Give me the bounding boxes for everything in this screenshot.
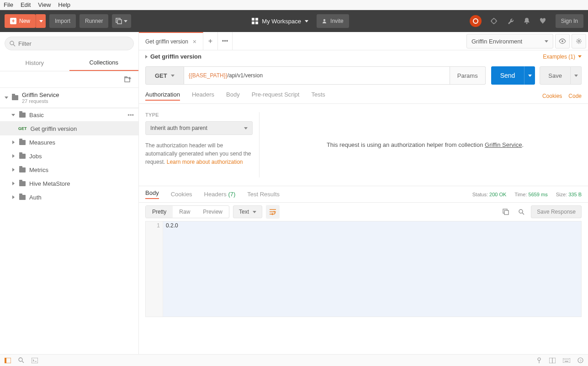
time-value: 5659 ms: [529, 192, 548, 197]
capture-icon[interactable]: [490, 17, 498, 25]
reqtab-prerequest[interactable]: Pre-request Script: [252, 91, 300, 101]
save-button[interactable]: Save: [540, 66, 571, 85]
wrap-lines-button[interactable]: [266, 205, 280, 219]
resptab-headers[interactable]: Headers (7): [204, 191, 236, 198]
response-body: 1 0.2.0: [145, 221, 582, 317]
env-settings-button[interactable]: [572, 34, 586, 48]
request-get-griffin-version[interactable]: GET Get griffin version: [0, 122, 138, 135]
auth-helper-pre: This request is using an authorization h…: [327, 141, 485, 148]
format-label: Text: [239, 209, 249, 215]
folder-auth[interactable]: Auth: [0, 190, 138, 204]
folder-measures[interactable]: Measures: [0, 135, 138, 149]
copy-response-button[interactable]: [500, 206, 512, 218]
params-button[interactable]: Params: [450, 66, 486, 85]
format-selector[interactable]: Text: [233, 205, 262, 218]
heart-icon[interactable]: [539, 17, 547, 25]
reqtab-body[interactable]: Body: [226, 91, 240, 101]
wrench-icon[interactable]: [506, 17, 514, 25]
folder-basic[interactable]: Basic •••: [0, 108, 138, 122]
env-preview-button[interactable]: [555, 34, 570, 48]
menu-view[interactable]: View: [38, 1, 51, 8]
view-raw[interactable]: Raw: [173, 206, 196, 218]
close-icon[interactable]: ×: [193, 38, 196, 45]
save-dropdown[interactable]: [571, 66, 582, 85]
bell-icon[interactable]: [523, 17, 531, 25]
svg-point-10: [562, 40, 563, 42]
reqtab-headers[interactable]: Headers: [192, 91, 214, 101]
collection-header[interactable]: Griffin Service 27 requests: [0, 88, 138, 108]
request-title-label: Get griffin version: [150, 53, 201, 60]
import-button[interactable]: Import: [49, 14, 76, 28]
method-selector[interactable]: GET: [145, 66, 184, 85]
time-label: Time:: [514, 192, 527, 197]
svg-rect-19: [5, 358, 6, 363]
cookies-link[interactable]: Cookies: [542, 93, 562, 99]
bootcamp-icon[interactable]: [536, 357, 542, 364]
resptab-tests[interactable]: Test Results: [247, 191, 280, 198]
reqtab-tests[interactable]: Tests: [311, 91, 325, 101]
window-icon: [116, 18, 122, 24]
folder-metrics[interactable]: Metrics: [0, 163, 138, 177]
sync-status-icon[interactable]: [470, 15, 482, 27]
code-link[interactable]: Code: [568, 93, 582, 99]
workspace-selector[interactable]: My Workspace: [252, 18, 308, 25]
folder-icon: [12, 95, 18, 100]
auth-learn-more-link[interactable]: Learn more about authorization: [167, 159, 243, 165]
new-window-button[interactable]: [112, 14, 131, 28]
environment-selector[interactable]: Griffin Environment: [466, 34, 553, 48]
url-path: /api/v1/version: [228, 72, 263, 79]
folder-hive-metastore[interactable]: Hive MetaStore: [0, 177, 138, 190]
folder-label: Measures: [29, 139, 55, 146]
save-response-button[interactable]: Save Response: [531, 205, 582, 218]
menu-file[interactable]: File: [4, 1, 13, 8]
request-title[interactable]: Get griffin version: [145, 53, 201, 60]
chevron-down-icon: [545, 40, 548, 43]
tab-history[interactable]: History: [0, 55, 69, 71]
new-collection-icon[interactable]: [124, 75, 132, 84]
resptab-body[interactable]: Body: [145, 189, 159, 199]
search-icon: [518, 209, 524, 215]
tab-collections[interactable]: Collections: [69, 55, 139, 71]
new-button[interactable]: + New: [5, 14, 36, 28]
svg-line-6: [13, 44, 15, 46]
tab-request-active[interactable]: Get griffin version ×: [139, 32, 203, 50]
menu-help[interactable]: Help: [58, 1, 70, 8]
auth-type-selector[interactable]: Inherit auth from parent: [145, 121, 253, 135]
filter-input[interactable]: [18, 40, 129, 47]
reqtab-authorization[interactable]: Authorization: [145, 91, 180, 101]
auth-collection-link[interactable]: Griffin Service: [485, 141, 522, 148]
filter-input-wrapper[interactable]: [5, 37, 134, 50]
resptab-cookies[interactable]: Cookies: [171, 191, 192, 198]
new-dropdown[interactable]: [36, 14, 46, 28]
tab-add-button[interactable]: +: [203, 32, 218, 50]
svg-line-21: [22, 361, 24, 363]
menu-edit[interactable]: Edit: [21, 1, 31, 8]
signin-button[interactable]: Sign In: [556, 14, 583, 28]
svg-text:?: ?: [579, 359, 582, 363]
view-pretty[interactable]: Pretty: [146, 206, 173, 218]
folder-jobs[interactable]: Jobs: [0, 149, 138, 163]
url-variable: {{BASE_PATH}}: [189, 72, 228, 79]
send-dropdown[interactable]: [524, 66, 535, 85]
svg-point-20: [19, 358, 22, 361]
send-button[interactable]: Send: [491, 66, 524, 85]
two-pane-icon[interactable]: [549, 358, 556, 363]
chevron-down-icon: [5, 97, 8, 99]
response-text[interactable]: 0.2.0: [166, 222, 578, 229]
find-icon[interactable]: [18, 357, 24, 363]
tab-more-button[interactable]: •••: [218, 32, 233, 50]
view-preview[interactable]: Preview: [196, 206, 229, 218]
folder-more-icon[interactable]: •••: [127, 112, 138, 118]
keyboard-shortcuts-icon[interactable]: [563, 358, 570, 363]
search-response-button[interactable]: [515, 206, 527, 218]
help-icon[interactable]: ?: [577, 357, 583, 363]
examples-dropdown[interactable]: Examples (1): [543, 54, 582, 60]
runner-button[interactable]: Runner: [79, 14, 108, 28]
folder-label: Basic: [29, 112, 44, 118]
url-input[interactable]: {{BASE_PATH}}/api/v1/version: [184, 66, 450, 85]
invite-button[interactable]: Invite: [317, 14, 349, 28]
workspace-label: My Workspace: [262, 18, 301, 25]
sidebar-toggle-icon[interactable]: [5, 358, 11, 363]
method-badge: GET: [18, 126, 27, 131]
console-icon[interactable]: [32, 358, 38, 363]
